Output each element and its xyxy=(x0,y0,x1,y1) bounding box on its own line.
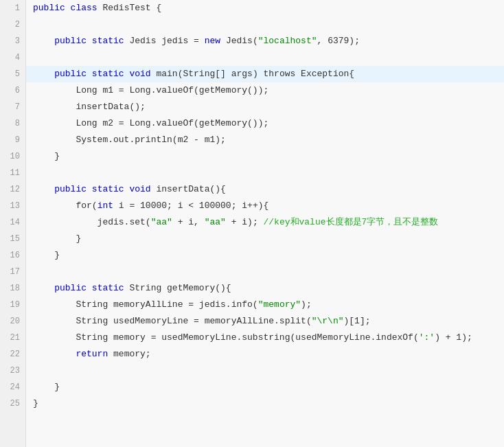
code-token: String xyxy=(33,297,113,313)
code-token: + i); xyxy=(226,214,264,231)
code-token: Jedis xyxy=(129,33,161,49)
line-number: 3 xyxy=(0,33,25,49)
line-number: 6 xyxy=(0,82,25,99)
line-number: 1 xyxy=(0,0,25,16)
code-line: public static Jedis jedis = new Jedis("l… xyxy=(26,33,504,49)
code-token: public xyxy=(33,181,92,198)
code-token: memory = usedMemoryLine.substring(usedMe… xyxy=(113,330,419,346)
line-number: 21 xyxy=(0,330,25,346)
code-token: getMemory(){ xyxy=(167,280,231,297)
line-number: 17 xyxy=(0,264,25,280)
code-token: "memory" xyxy=(258,297,301,313)
code-line: String memory = usedMemoryLine.substring… xyxy=(26,330,504,346)
code-token: public xyxy=(33,0,71,16)
code-token: void xyxy=(129,66,156,82)
line-number: 10 xyxy=(0,148,25,165)
line-number: 8 xyxy=(0,115,25,132)
line-number: 14 xyxy=(0,214,25,231)
code-line: } xyxy=(26,247,504,264)
code-token: public xyxy=(33,280,92,297)
code-token: "aa" xyxy=(205,214,226,231)
code-token: m1 = Long.valueOf(getMemory()); xyxy=(102,82,268,99)
code-line: public static String getMemory(){ xyxy=(26,280,504,297)
code-token: } xyxy=(33,148,60,165)
code-line: String memoryAllLine = jedis.info("memor… xyxy=(26,297,504,313)
code-token: new xyxy=(205,33,226,49)
code-token: String xyxy=(129,280,167,297)
code-line: } xyxy=(26,148,504,165)
code-content[interactable]: public class RedisTest { public static J… xyxy=(26,0,504,447)
line-number: 24 xyxy=(0,379,25,396)
code-token: Long xyxy=(33,82,102,99)
code-token: jedis.set( xyxy=(33,214,151,231)
line-number: 23 xyxy=(0,363,25,379)
code-token: = xyxy=(188,33,204,49)
code-line: } xyxy=(26,379,504,396)
code-line: Long m1 = Long.valueOf(getMemory()); xyxy=(26,82,504,99)
code-token: //key和value长度都是7字节，且不是整数 xyxy=(264,214,439,231)
code-line: public class RedisTest { xyxy=(26,0,504,16)
code-line xyxy=(26,165,504,181)
code-token: String xyxy=(33,313,113,330)
code-token: public xyxy=(33,33,92,49)
code-token: memoryAllLine = jedis.info( xyxy=(113,297,258,313)
code-token: static xyxy=(92,181,130,198)
code-token: )[1]; xyxy=(344,313,371,330)
code-token: ':' xyxy=(419,330,435,346)
code-token: return xyxy=(33,346,113,363)
code-token: RedisTest { xyxy=(102,0,161,16)
code-area: 1234567891011121314151617181920212223242… xyxy=(0,0,504,447)
code-line: return memory; xyxy=(26,346,504,363)
code-line: } xyxy=(26,396,504,412)
code-token: void xyxy=(129,181,156,198)
code-token: } xyxy=(33,231,81,247)
code-token: insertData(){ xyxy=(156,181,225,198)
line-number: 13 xyxy=(0,198,25,214)
code-editor: 1234567891011121314151617181920212223242… xyxy=(0,0,504,447)
code-token: String xyxy=(33,330,113,346)
code-token: main(String[] args) xyxy=(156,66,263,82)
line-number: 7 xyxy=(0,99,25,115)
line-number: 19 xyxy=(0,297,25,313)
code-token: , 6379); xyxy=(317,33,360,49)
code-token: i = 10000; i < 100000; i++){ xyxy=(119,198,268,214)
line-number: 9 xyxy=(0,132,25,148)
code-line: System.out.println(m2 - m1); xyxy=(26,132,504,148)
code-line: public static void main(String[] args) t… xyxy=(26,66,504,82)
code-line: for(int i = 10000; i < 100000; i++){ xyxy=(26,198,504,214)
line-number: 25 xyxy=(0,396,25,412)
line-number: 5 xyxy=(0,66,25,82)
code-token: "aa" xyxy=(151,214,172,231)
code-line: } xyxy=(26,231,504,247)
line-number: 20 xyxy=(0,313,25,330)
line-number: 2 xyxy=(0,16,25,33)
code-token: } xyxy=(33,247,60,264)
code-token: usedMemoryLine = memoryAllLine.split( xyxy=(113,313,312,330)
code-token: jedis xyxy=(161,33,188,49)
code-token: Jedis( xyxy=(226,33,258,49)
line-number: 12 xyxy=(0,181,25,198)
code-line xyxy=(26,49,504,66)
code-token: int xyxy=(98,198,119,214)
code-token: class xyxy=(71,0,103,16)
code-token: + i, xyxy=(172,214,205,231)
code-token: static xyxy=(92,33,130,49)
code-token: static xyxy=(92,280,130,297)
code-token: for( xyxy=(33,198,98,214)
code-line: String usedMemoryLine = memoryAllLine.sp… xyxy=(26,313,504,330)
line-number: 16 xyxy=(0,247,25,264)
code-token: Long xyxy=(33,115,102,132)
code-line: public static void insertData(){ xyxy=(26,181,504,198)
code-token: public xyxy=(33,66,92,82)
code-line: Long m2 = Long.valueOf(getMemory()); xyxy=(26,115,504,132)
line-number: 15 xyxy=(0,231,25,247)
code-line: jedis.set("aa" + i, "aa" + i); //key和val… xyxy=(26,214,504,231)
code-token: System.out.println(m2 - m1); xyxy=(33,132,226,148)
code-token: "\r\n" xyxy=(312,313,344,330)
line-number: 11 xyxy=(0,165,25,181)
code-line xyxy=(26,264,504,280)
code-token: static xyxy=(92,66,130,82)
code-token: } xyxy=(33,379,60,396)
code-token: throws xyxy=(263,66,301,82)
code-token: "localhost" xyxy=(258,33,317,49)
